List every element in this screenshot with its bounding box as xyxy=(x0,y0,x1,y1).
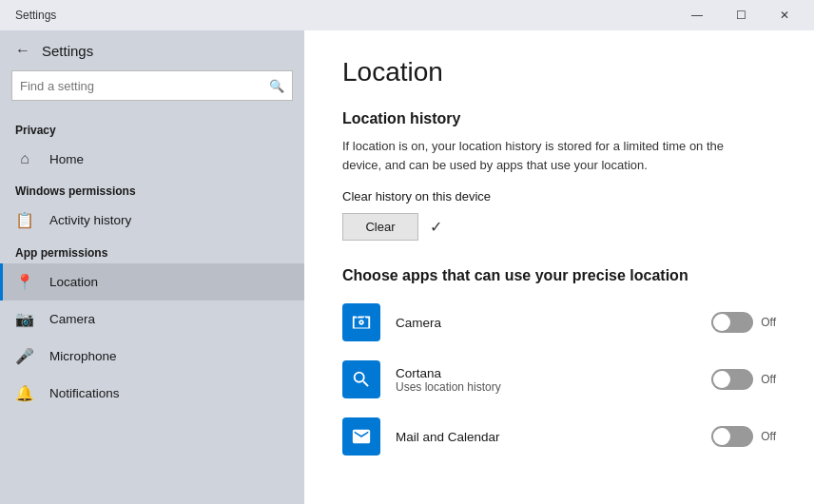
page-title: Location xyxy=(342,57,776,87)
camera-app-info: Camera xyxy=(396,316,696,330)
sidebar-item-notifications[interactable]: 🔔 Notifications xyxy=(0,375,304,412)
notifications-icon: 🔔 xyxy=(15,384,34,402)
privacy-label: Privacy xyxy=(0,116,304,141)
mail-toggle-label: Off xyxy=(761,430,776,443)
sidebar-item-home[interactable]: ⌂ Home xyxy=(0,141,304,177)
camera-toggle-knob xyxy=(713,314,730,331)
camera-toggle[interactable] xyxy=(711,312,753,333)
check-mark-icon: ✓ xyxy=(430,218,442,236)
search-box[interactable]: 🔍 xyxy=(11,70,293,101)
titlebar-controls: — ☐ ✕ xyxy=(675,0,806,30)
search-icon: 🔍 xyxy=(269,79,284,93)
sidebar-item-microphone[interactable]: 🎤 Microphone xyxy=(0,338,304,375)
mail-app-name: Mail and Calendar xyxy=(396,430,696,444)
sidebar-item-home-label: Home xyxy=(49,152,84,166)
microphone-icon: 🎤 xyxy=(15,347,34,365)
minimize-button[interactable]: — xyxy=(675,0,719,30)
clear-row: Clear ✓ xyxy=(342,213,776,241)
sidebar-item-camera[interactable]: 📷 Camera xyxy=(0,300,304,338)
titlebar: Settings — ☐ ✕ xyxy=(0,0,814,30)
location-icon: 📍 xyxy=(15,273,34,291)
back-button[interactable]: ← xyxy=(15,42,30,59)
activity-icon: 📋 xyxy=(15,211,34,229)
cortana-app-name: Cortana xyxy=(396,366,696,380)
clear-label: Clear history on this device xyxy=(342,189,776,204)
camera-icon: 📷 xyxy=(15,310,34,328)
sidebar-item-activity-label: Activity history xyxy=(49,213,131,227)
sidebar-app-title: Settings xyxy=(42,43,93,59)
clear-button[interactable]: Clear xyxy=(342,213,418,241)
home-icon: ⌂ xyxy=(15,150,34,167)
cortana-toggle[interactable] xyxy=(711,369,753,390)
mail-toggle-area: Off xyxy=(711,426,776,447)
camera-app-name: Camera xyxy=(396,316,696,330)
sidebar-item-location[interactable]: 📍 Location xyxy=(0,263,304,300)
app-item-camera: Camera Off xyxy=(342,303,776,341)
cortana-app-info: Cortana Uses location history xyxy=(396,366,696,394)
camera-toggle-label: Off xyxy=(761,316,776,329)
cortana-toggle-knob xyxy=(713,371,730,388)
mail-app-info: Mail and Calendar xyxy=(396,430,696,444)
sidebar-item-camera-label: Camera xyxy=(49,312,95,326)
cortana-app-sub: Uses location history xyxy=(396,380,696,394)
camera-toggle-area: Off xyxy=(711,312,776,333)
sidebar-header: ← Settings xyxy=(0,30,304,70)
sidebar-item-microphone-label: Microphone xyxy=(49,349,117,363)
mail-toggle-knob xyxy=(713,428,730,445)
mail-toggle[interactable] xyxy=(711,426,753,447)
search-input[interactable] xyxy=(20,79,269,93)
apps-section-title: Choose apps that can use your precise lo… xyxy=(342,267,776,284)
history-description: If location is on, your location history… xyxy=(342,137,742,174)
maximize-button[interactable]: ☐ xyxy=(719,0,763,30)
app-permissions-label: App permissions xyxy=(0,239,304,263)
sidebar-item-notifications-label: Notifications xyxy=(49,386,120,400)
windows-permissions-label: Windows permissions xyxy=(0,177,304,202)
cortana-app-icon xyxy=(342,360,380,398)
close-button[interactable]: ✕ xyxy=(763,0,806,30)
sidebar-item-activity[interactable]: 📋 Activity history xyxy=(0,202,304,239)
history-section-title: Location history xyxy=(342,110,776,127)
camera-app-icon xyxy=(342,303,380,341)
mail-app-icon xyxy=(342,417,380,456)
cortana-toggle-label: Off xyxy=(761,373,776,386)
sidebar: ← Settings 🔍 Privacy ⌂ Home Windows perm… xyxy=(0,30,304,504)
content-area: Location Location history If location is… xyxy=(304,30,814,504)
app-item-cortana: Cortana Uses location history Off xyxy=(342,360,776,398)
titlebar-title: Settings xyxy=(8,9,675,22)
app-item-mail: Mail and Calendar Off xyxy=(342,417,776,456)
cortana-toggle-area: Off xyxy=(711,369,776,390)
sidebar-item-location-label: Location xyxy=(49,275,98,289)
main-layout: ← Settings 🔍 Privacy ⌂ Home Windows perm… xyxy=(0,30,814,504)
